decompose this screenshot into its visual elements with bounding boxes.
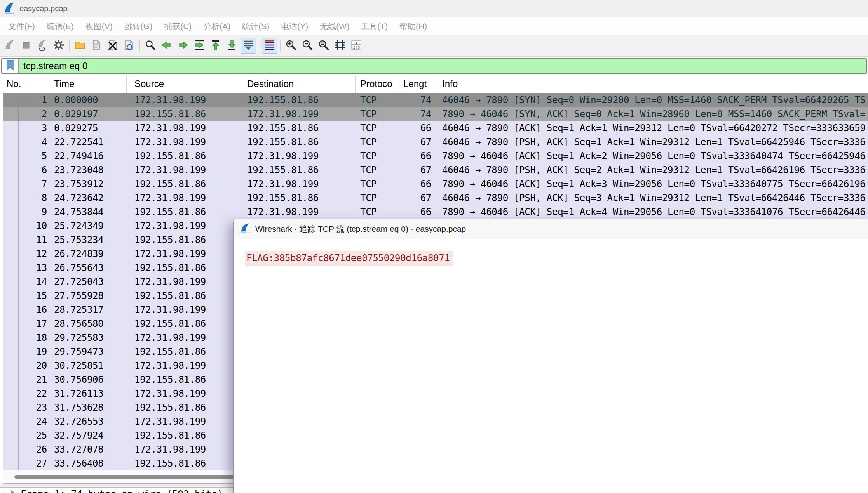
wireshark-fin-icon <box>4 2 16 16</box>
packet-row[interactable]: 9 24.753844 192.155.81.86 172.31.98.199 … <box>3 205 868 219</box>
arrow-into-lines-icon <box>193 39 205 52</box>
packet-time-cell: 23.723048 <box>49 163 127 177</box>
column-header-length[interactable]: Lengt <box>401 75 437 93</box>
filter-bookmark-button[interactable] <box>2 59 19 73</box>
restart-capture-button[interactable] <box>35 38 50 54</box>
packet-length-cell: 66 <box>401 205 437 219</box>
search-icon <box>145 39 156 52</box>
packet-no-cell: 18 <box>3 331 49 345</box>
packet-no-cell: 20 <box>3 359 49 373</box>
go-to-bottom-button[interactable] <box>224 38 240 54</box>
packet-source-cell: 172.31.98.199 <box>127 359 241 373</box>
packet-protocol-cell: TCP <box>356 191 401 205</box>
packet-source-cell: 192.155.81.86 <box>127 149 241 163</box>
menu-statistics[interactable]: 统计(S) <box>236 17 275 35</box>
packet-row[interactable]: 5 22.749416 192.155.81.86 172.31.98.199 … <box>3 149 868 163</box>
zoom-reset-button[interactable] <box>316 38 331 54</box>
expander-arrow-icon[interactable] <box>11 490 15 493</box>
arrow-down-bar-icon <box>226 39 238 52</box>
go-back-button[interactable] <box>159 38 174 54</box>
menu-edit[interactable]: 编辑(E) <box>41 17 80 35</box>
packet-no-cell: 12 <box>3 247 49 261</box>
packet-length-cell: 67 <box>401 135 437 149</box>
auto-scroll-button[interactable] <box>241 38 256 54</box>
file-binary-icon: 0101 0110 <box>91 39 102 52</box>
column-header-protocol[interactable]: Protoco <box>356 75 401 93</box>
wireshark-fin-icon <box>240 223 250 235</box>
packet-row[interactable]: 6 23.723048 172.31.98.199 192.155.81.86 … <box>3 163 868 177</box>
go-forward-button[interactable] <box>175 38 191 54</box>
close-file-button[interactable] <box>105 38 120 54</box>
menu-file[interactable]: 文件(F) <box>2 17 41 35</box>
packet-source-cell: 172.31.98.199 <box>127 219 241 233</box>
zoom-out-button[interactable] <box>300 38 315 54</box>
menu-view[interactable]: 视图(V) <box>80 17 119 35</box>
resize-columns-button[interactable] <box>332 38 348 54</box>
colorize-packets-button[interactable] <box>262 38 277 54</box>
main-toolbar: 0101 0110 <box>0 35 868 57</box>
packet-source-cell: 192.155.81.86 <box>127 373 241 387</box>
packet-row[interactable]: 4 22.722541 172.31.98.199 192.155.81.86 … <box>3 135 868 149</box>
menu-bar: 文件(F) 编辑(E) 视图(V) 跳转(G) 捕获(C) 分析(A) 统计(S… <box>0 17 868 35</box>
column-header-no[interactable]: No. <box>3 75 49 93</box>
save-file-button[interactable]: 0101 0110 <box>89 38 104 54</box>
dialog-title-bar[interactable]: Wireshark · 追踪 TCP 流 (tcp.stream eq 0) ·… <box>234 219 868 239</box>
packet-source-cell: 172.31.98.199 <box>127 121 241 135</box>
packet-time-cell: 22.722541 <box>49 135 127 149</box>
column-header-destination[interactable]: Destination <box>241 75 356 93</box>
reload-file-button[interactable] <box>121 38 137 54</box>
stream-content-area[interactable]: FLAG:385b87afc8671dee07550290d16a8071 <box>234 239 868 266</box>
find-packet-button[interactable] <box>143 38 158 54</box>
menu-tools[interactable]: 工具(T) <box>355 17 394 35</box>
packet-no-cell: 5 <box>3 149 49 163</box>
column-header-time[interactable]: Time <box>49 75 127 93</box>
menu-telephony[interactable]: 电话(Y) <box>275 17 314 35</box>
menu-analyze[interactable]: 分析(A) <box>197 17 236 35</box>
packet-time-cell: 24.723642 <box>49 191 127 205</box>
resize-columns-icon <box>334 39 346 52</box>
column-header-source[interactable]: Source <box>127 75 241 93</box>
packet-source-cell: 172.31.98.199 <box>127 303 241 317</box>
packet-row[interactable]: 8 24.723642 172.31.98.199 192.155.81.86 … <box>3 191 868 205</box>
menu-capture[interactable]: 捕获(C) <box>158 17 197 35</box>
packet-row[interactable]: 1 0.000000 172.31.98.199 192.155.81.86 T… <box>3 93 868 107</box>
packet-row[interactable]: 2 0.029197 192.155.81.86 172.31.98.199 T… <box>3 107 868 121</box>
packet-no-cell: 26 <box>3 443 49 457</box>
capture-options-button[interactable] <box>51 38 66 54</box>
stream-flag-text: FLAG:385b87afc8671dee07550290d16a8071 <box>245 251 453 266</box>
column-header-info[interactable]: Info <box>437 75 868 93</box>
packet-row[interactable]: 7 23.753912 192.155.81.86 172.31.98.199 … <box>3 177 868 191</box>
zoom-in-button[interactable] <box>283 38 299 54</box>
packet-protocol-cell: TCP <box>356 93 401 107</box>
dialog-title: Wireshark · 追踪 TCP 流 (tcp.stream eq 0) ·… <box>255 224 466 234</box>
packet-time-cell: 31.753628 <box>49 401 127 415</box>
packet-protocol-cell: TCP <box>356 205 401 219</box>
packet-time-cell: 25.724349 <box>49 219 127 233</box>
packet-length-cell: 66 <box>401 121 437 135</box>
packet-destination-cell: 192.155.81.86 <box>241 191 356 205</box>
packet-row[interactable]: 3 0.029275 172.31.98.199 192.155.81.86 T… <box>3 121 868 135</box>
menu-help[interactable]: 帮助(H) <box>394 17 433 35</box>
auto-scroll-icon <box>242 39 254 52</box>
start-capture-button[interactable] <box>2 38 17 54</box>
packet-time-cell: 22.749416 <box>49 149 127 163</box>
packet-destination-cell: 192.155.81.86 <box>241 121 356 135</box>
open-file-button[interactable] <box>72 38 88 54</box>
packet-no-cell: 7 <box>3 177 49 191</box>
packet-no-cell: 23 <box>3 401 49 415</box>
frame-summary-text: Frame 1: 74 bytes on wire (592 bits), <box>21 489 228 493</box>
packet-length-cell: 74 <box>401 93 437 107</box>
layout-preferences-button[interactable]: 1 2 3 <box>349 38 364 54</box>
packet-source-cell: 172.31.98.199 <box>127 415 241 429</box>
go-to-top-button[interactable] <box>208 38 223 54</box>
packet-source-cell: 172.31.98.199 <box>127 331 241 345</box>
go-to-packet-button[interactable] <box>192 38 207 54</box>
packet-no-cell: 10 <box>3 219 49 233</box>
packet-time-cell: 26.724839 <box>49 247 127 261</box>
display-filter-input[interactable] <box>19 59 866 73</box>
menu-go[interactable]: 跳转(G) <box>119 17 158 35</box>
menu-wireless[interactable]: 无线(W) <box>314 17 355 35</box>
packet-length-cell: 66 <box>401 177 437 191</box>
packet-protocol-cell: TCP <box>356 149 401 163</box>
stop-capture-button[interactable] <box>18 38 34 54</box>
